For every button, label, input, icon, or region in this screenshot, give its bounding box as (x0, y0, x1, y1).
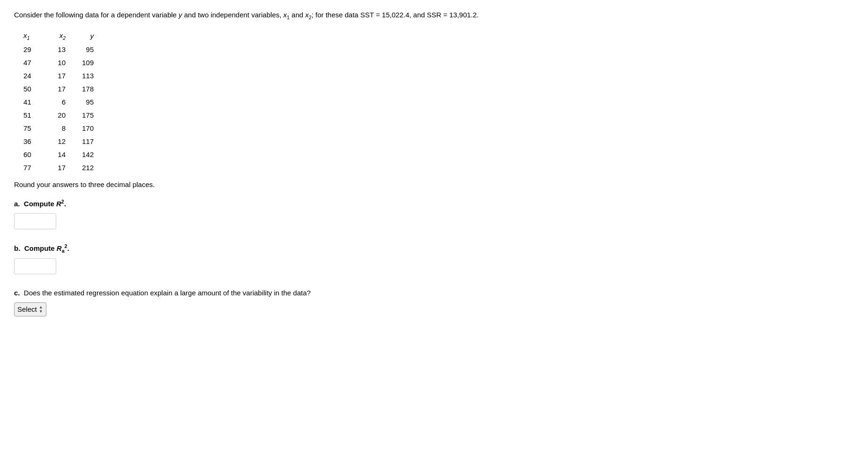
table-cell: 47 (23, 56, 52, 69)
question-a-letter: a. (14, 200, 20, 208)
table-cell: 14 (52, 148, 80, 161)
table-cell: 95 (80, 43, 108, 56)
table-cell: 24 (23, 69, 52, 83)
table-cell: 17 (52, 83, 80, 96)
question-a-label: a. Compute R2. (14, 198, 854, 210)
select-wrapper[interactable]: Select ▲ ▼ (14, 302, 46, 316)
table-cell: 8 (52, 122, 80, 135)
table-cell: 142 (80, 148, 108, 161)
table-row: 6014142 (23, 148, 108, 161)
table-row: 291395 (23, 43, 108, 56)
table-cell: 60 (23, 148, 52, 161)
table-cell: 13 (52, 43, 80, 56)
table-cell: 10 (52, 56, 80, 69)
col-header-x2: x2 (52, 29, 80, 43)
table-cell: 17 (52, 69, 80, 83)
table-cell: 50 (23, 83, 52, 96)
table-cell: 170 (80, 122, 108, 135)
table-row: 2417113 (23, 69, 108, 83)
table-cell: 175 (80, 109, 108, 122)
table-cell: 51 (23, 109, 52, 122)
table-cell: 6 (52, 96, 80, 109)
question-b-input[interactable] (14, 258, 56, 274)
table-cell: 113 (80, 69, 108, 83)
table-cell: 77 (23, 161, 52, 174)
intro-paragraph: Consider the following data for a depend… (14, 9, 854, 22)
question-c-letter: c. (14, 289, 20, 297)
table-cell: 117 (80, 135, 108, 148)
table-cell: 41 (23, 96, 52, 109)
table-row: 5120175 (23, 109, 108, 122)
col-header-y: y (80, 29, 108, 43)
rounding-note: Round your answers to three decimal plac… (14, 179, 854, 190)
table-cell: 109 (80, 56, 108, 69)
table-cell: 95 (80, 96, 108, 109)
select-arrows: ▲ ▼ (39, 305, 43, 314)
question-b-letter: b. (14, 244, 20, 252)
question-b-block: b. Compute Ra2. (14, 242, 854, 275)
question-a-input[interactable] (14, 213, 56, 229)
table-row: 4710109 (23, 56, 108, 69)
select-label: Select (17, 304, 37, 315)
question-c-label: c. Does the estimated regression equatio… (14, 287, 854, 299)
question-c-block: c. Does the estimated regression equatio… (14, 287, 854, 316)
table-cell: 178 (80, 83, 108, 96)
data-table: x1 x2 y 29139547101092417113501717841695… (23, 29, 108, 174)
table-cell: 17 (52, 161, 80, 174)
table-row: 758170 (23, 122, 108, 135)
table-cell: 75 (23, 122, 52, 135)
table-row: 3612117 (23, 135, 108, 148)
question-c-text: Does the estimated regression equation e… (24, 289, 311, 297)
table-cell: 20 (52, 109, 80, 122)
question-a-block: a. Compute R2. (14, 198, 854, 229)
col-header-x1: x1 (23, 29, 52, 43)
table-cell: 212 (80, 161, 108, 174)
question-b-label: b. Compute Ra2. (14, 242, 854, 255)
table-cell: 12 (52, 135, 80, 148)
table-row: 5017178 (23, 83, 108, 96)
table-cell: 36 (23, 135, 52, 148)
table-row: 41695 (23, 96, 108, 109)
table-row: 7717212 (23, 161, 108, 174)
table-cell: 29 (23, 43, 52, 56)
